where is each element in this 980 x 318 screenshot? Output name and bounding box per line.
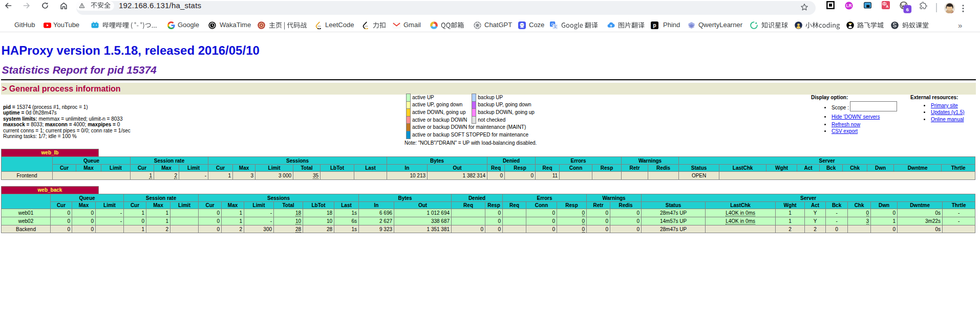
svg-text:p: p: [653, 22, 656, 28]
svg-text:LR: LR: [846, 3, 851, 8]
svg-text:6: 6: [906, 6, 909, 12]
svg-text:A: A: [886, 5, 888, 9]
